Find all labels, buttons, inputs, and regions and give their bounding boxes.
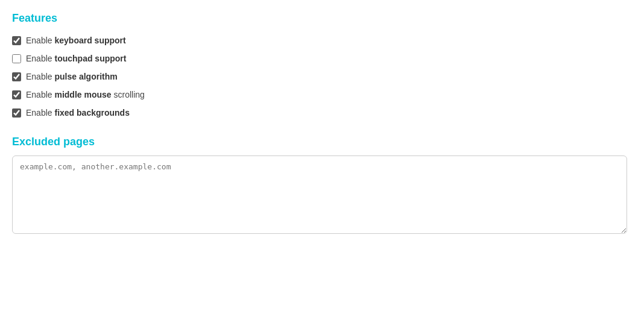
label-pulse-algorithm[interactable]: Enable pulse algorithm bbox=[26, 72, 118, 81]
features-section: Features Enable keyboard supportEnable t… bbox=[12, 12, 632, 118]
feature-list: Enable keyboard supportEnable touchpad s… bbox=[12, 36, 632, 118]
label-middle-mouse-scrolling[interactable]: Enable middle mouse scrolling bbox=[26, 90, 145, 99]
label-fixed-backgrounds[interactable]: Enable fixed backgrounds bbox=[26, 108, 130, 118]
features-title: Features bbox=[12, 12, 632, 25]
excluded-pages-textarea[interactable] bbox=[12, 155, 627, 234]
checkbox-keyboard-support[interactable] bbox=[12, 36, 21, 45]
feature-item-keyboard-support: Enable keyboard support bbox=[12, 36, 632, 45]
label-bold-touchpad-support: touchpad support bbox=[54, 54, 126, 63]
label-bold-pulse-algorithm: pulse algorithm bbox=[54, 72, 117, 81]
checkbox-middle-mouse-scrolling[interactable] bbox=[12, 90, 21, 99]
feature-item-fixed-backgrounds: Enable fixed backgrounds bbox=[12, 108, 632, 118]
excluded-pages-section: Excluded pages bbox=[12, 136, 632, 236]
checkbox-touchpad-support[interactable] bbox=[12, 54, 21, 63]
label-keyboard-support[interactable]: Enable keyboard support bbox=[26, 36, 126, 45]
feature-item-touchpad-support: Enable touchpad support bbox=[12, 54, 632, 63]
label-bold-fixed-backgrounds: fixed backgrounds bbox=[54, 108, 129, 118]
checkbox-fixed-backgrounds[interactable] bbox=[12, 108, 21, 118]
label-bold-middle-mouse-scrolling: middle mouse bbox=[54, 90, 111, 99]
label-bold-keyboard-support: keyboard support bbox=[54, 36, 125, 45]
feature-item-middle-mouse-scrolling: Enable middle mouse scrolling bbox=[12, 90, 632, 99]
feature-item-pulse-algorithm: Enable pulse algorithm bbox=[12, 72, 632, 81]
excluded-pages-title: Excluded pages bbox=[12, 136, 632, 148]
label-touchpad-support[interactable]: Enable touchpad support bbox=[26, 54, 126, 63]
checkbox-pulse-algorithm[interactable] bbox=[12, 72, 21, 81]
